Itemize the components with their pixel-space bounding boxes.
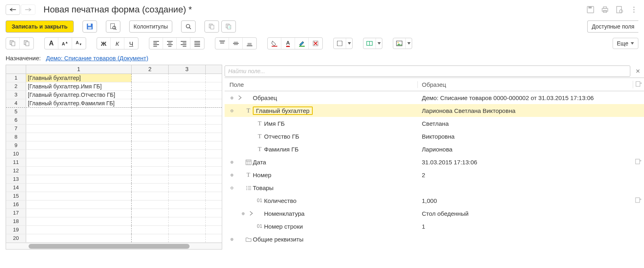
sheet-row[interactable]: 3[Главный бухгалтер.Отчество ГБ] [6,91,222,99]
print-icon[interactable] [601,5,609,14]
field-row[interactable]: ⊕Дата31.03.2015 17:13:06 [225,155,644,168]
cell[interactable] [26,200,132,209]
cell[interactable] [26,175,132,183]
row-header[interactable]: 17 [6,209,26,217]
cell[interactable] [132,200,169,209]
cell[interactable] [169,108,206,116]
find-button[interactable] [181,20,196,33]
row-header[interactable]: 10 [6,150,26,158]
clear-format-icon[interactable] [309,38,322,49]
sheet-row[interactable]: 13 [6,175,222,184]
cell[interactable] [169,141,206,149]
cell[interactable] [169,175,206,183]
cell[interactable] [132,82,169,90]
cell[interactable]: [Главный бухгалтер.Фамилия ГБ] [26,99,132,107]
cell[interactable] [26,108,132,116]
cell[interactable] [169,158,206,166]
field-row[interactable]: TИмя ГБСветлана [225,117,644,130]
cell[interactable] [132,234,169,242]
row-header[interactable]: 18 [6,217,26,225]
expand-icon[interactable]: ⊕ [228,96,236,100]
cell[interactable]: [Главный бухгалтер.Отчество ГБ] [26,91,132,99]
font-size-normal-icon[interactable]: А [45,38,58,49]
cell[interactable] [26,192,132,200]
field-action-icon[interactable] [633,197,644,205]
cell[interactable] [169,209,206,217]
cell[interactable] [169,125,206,133]
cell[interactable] [26,141,132,149]
sheet-row[interactable]: 14 [6,184,222,192]
expand-icon[interactable]: ⊕ [228,173,236,177]
cell[interactable] [169,192,206,200]
sheet-horiz-scrollbar[interactable] [6,243,222,249]
paste-button[interactable] [221,20,236,33]
sheet-row[interactable]: 16 [6,200,222,209]
sheet-row[interactable]: 12 [6,167,222,175]
cell[interactable] [132,91,169,99]
row-header[interactable]: 11 [6,158,26,166]
row-header[interactable]: 13 [6,175,26,183]
cell[interactable] [132,116,169,124]
cell[interactable] [169,184,206,192]
row-header[interactable]: 20 [6,234,26,242]
row-header[interactable]: 16 [6,200,26,209]
copy-button[interactable] [204,20,219,33]
italic-icon[interactable]: К [111,38,124,49]
search-field-input[interactable] [225,65,630,77]
field-row[interactable]: ⊕ОбразецДемо: Списание товаров 0000-0000… [225,91,644,104]
field-row[interactable]: TФамилия ГБЛарионова [225,143,644,155]
sheet-row[interactable]: 15 [6,192,222,200]
sheet-row[interactable]: 18 [6,217,222,226]
row-header[interactable]: 19 [6,226,26,234]
sheet-row[interactable]: 10 [6,150,222,158]
cell[interactable] [132,217,169,225]
sheet-row[interactable]: 9 [6,141,222,150]
cell[interactable] [132,184,169,192]
spreadsheet-editor[interactable]: 1 2 3 1[Главный бухгалтер]2[Главный бухг… [6,65,222,250]
row-header[interactable]: 15 [6,192,26,200]
row-header[interactable]: 5 [6,108,26,116]
row-header[interactable]: 3 [6,91,26,99]
font-color-icon[interactable]: А [281,38,295,49]
cell[interactable] [26,184,132,192]
row-header[interactable]: 12 [6,167,26,175]
sheet-row[interactable]: 11 [6,158,222,167]
field-row[interactable]: ⊖Товары [225,181,644,194]
save-and-close-button[interactable]: Записать и закрыть [6,20,74,33]
field-row[interactable]: TОтчество ГБВикторовна [225,130,644,143]
cell[interactable] [26,217,132,225]
valign-middle-icon[interactable] [229,38,243,49]
row-header[interactable]: 7 [6,125,26,133]
align-right-icon[interactable] [177,38,190,49]
expand-icon[interactable]: ⊕ [239,211,247,216]
sheet-row[interactable]: 20 [6,234,222,243]
cell[interactable] [169,217,206,225]
cell[interactable] [132,226,169,234]
more-menu-icon[interactable] [630,5,638,14]
font-size-up-icon[interactable]: А▲ [58,38,72,49]
sheet-row[interactable]: 19 [6,226,222,234]
cell[interactable] [132,158,169,166]
align-center-icon[interactable] [163,38,177,49]
field-action-icon[interactable] [633,158,644,166]
border-button[interactable] [333,38,353,49]
cell[interactable] [132,133,169,141]
cell[interactable] [169,150,206,158]
field-row[interactable]: 01Количество1,000 [225,194,644,207]
cell[interactable] [26,234,132,242]
cell[interactable] [132,175,169,183]
cell[interactable] [169,91,206,99]
assignment-link[interactable]: Демо: Списание товаров (Документ) [46,55,148,61]
cell[interactable] [132,125,169,133]
cell[interactable] [169,234,206,242]
valign-bottom-icon[interactable] [243,38,256,49]
cell[interactable] [26,167,132,175]
field-row[interactable]: ⊕TНомер2 [225,168,644,181]
cell[interactable] [169,200,206,209]
cell[interactable] [169,133,206,141]
fill-color-icon[interactable] [268,38,281,49]
cell[interactable]: [Главный бухгалтер.Имя ГБ] [26,82,132,90]
cell[interactable] [169,226,206,234]
sheet-row[interactable]: 6 [6,116,222,125]
highlight-icon[interactable] [295,38,309,49]
